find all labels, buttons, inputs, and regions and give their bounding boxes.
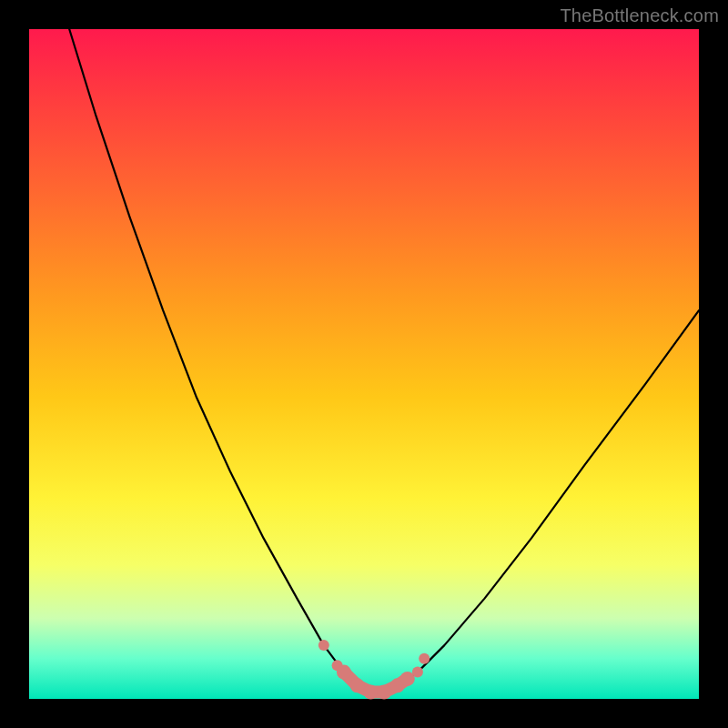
highlight-dot [337, 665, 351, 680]
highlight-dot [363, 685, 378, 700]
highlight-dot [419, 653, 430, 664]
plot-area [29, 29, 699, 699]
bottleneck-curve-path [69, 29, 699, 693]
highlight-dot [412, 667, 423, 678]
watermark-text: TheBottleneck.com [560, 5, 719, 26]
highlight-dot [350, 678, 365, 693]
highlight-dot [377, 685, 391, 700]
highlight-dot [318, 640, 329, 651]
chart-svg [29, 29, 699, 699]
highlight-dots-group [318, 640, 430, 700]
chart-frame: TheBottleneck.com [0, 0, 728, 728]
